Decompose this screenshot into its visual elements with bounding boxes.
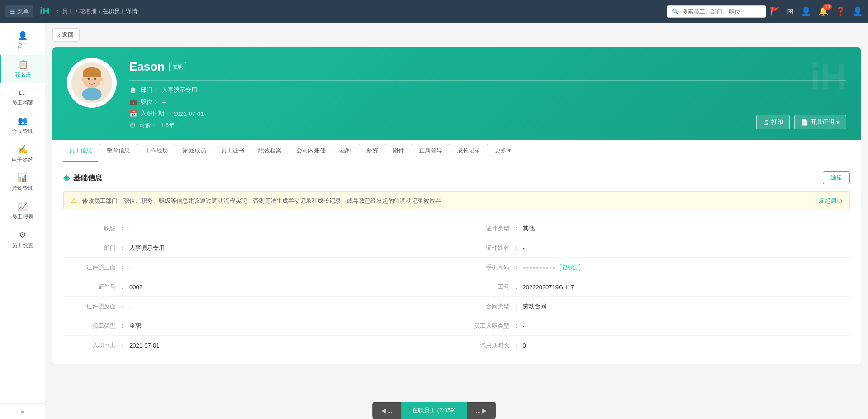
sidebar-item-settings-label: 员工设置 bbox=[12, 242, 33, 249]
print-label: 打印 bbox=[771, 118, 783, 126]
sidebar-item-contract[interactable]: 👥 合同管理 bbox=[0, 111, 45, 140]
search-icon: 🔍 bbox=[672, 8, 679, 15]
field-employee-type: 员工类型 ： 全职 bbox=[63, 316, 457, 336]
menu-label: 菜单 bbox=[17, 7, 29, 15]
sidebar-item-employees[interactable]: 👤 员工 bbox=[0, 26, 45, 55]
sidebar-item-exception[interactable]: 📊 异动管理 bbox=[0, 168, 45, 197]
edit-button[interactable]: 编辑 bbox=[823, 171, 850, 184]
sidebar-item-report[interactable]: 📈 员工报表 bbox=[0, 197, 45, 225]
search-input[interactable] bbox=[682, 8, 759, 15]
tab-welfare[interactable]: 福利 bbox=[335, 140, 357, 162]
svg-point-4 bbox=[88, 78, 90, 80]
sidebar-bottom[interactable]: ≡ bbox=[0, 403, 45, 419]
sidebar-item-employees-label: 员工 bbox=[17, 43, 28, 50]
field-label-hiredate: 入职日期 bbox=[71, 341, 116, 349]
certificate-button[interactable]: 📄 开具证明 ▾ bbox=[794, 115, 846, 129]
field-value-empid: 20222020719GH17 bbox=[523, 284, 843, 290]
hiredate-value: 2021-07-01 bbox=[174, 110, 204, 117]
sidebar-item-settings[interactable]: ⚙ 员工设置 bbox=[0, 225, 45, 254]
back-button[interactable]: ‹ 返回 bbox=[52, 28, 80, 42]
field-label-joblevel: 职级 bbox=[71, 224, 116, 233]
tab-info[interactable]: 员工信息 bbox=[63, 140, 98, 162]
prev-employee-button[interactable]: ◀ ... bbox=[372, 403, 401, 419]
field-value-idfront: - bbox=[129, 264, 450, 271]
hiredate-label: 入职日期： bbox=[141, 110, 170, 118]
tab-education[interactable]: 教育信息 bbox=[101, 140, 136, 162]
user-icon[interactable]: 👤 bbox=[801, 6, 811, 16]
field-value-emptype: 全职 bbox=[129, 322, 450, 330]
settings-icon: ⚙ bbox=[19, 230, 26, 240]
field-value-dept: 人事演示专用 bbox=[129, 244, 450, 252]
profile-tabs-wrap: 员工信息 · 教育信息 · 工作经历 · 家庭成员 · 员工证书 · 绩效档案 … bbox=[52, 140, 861, 162]
profile-header: Eason 在职 📋 部门： 人事演示专用 💼 职位： -- bbox=[52, 47, 861, 140]
breadcrumb-employees[interactable]: 员工 bbox=[62, 7, 74, 15]
breadcrumb-sep2: / bbox=[99, 8, 100, 15]
sidebar-item-esign[interactable]: ✍ 电子签约 bbox=[0, 140, 45, 168]
archive-icon: 🗂 bbox=[19, 88, 27, 97]
help-icon[interactable]: ❓ bbox=[835, 6, 845, 16]
content-area: ‹ 返回 bbox=[45, 23, 868, 419]
flag-icon[interactable]: 🚩 bbox=[770, 6, 780, 16]
field-employee-id: 工号 ： 20222020719GH17 bbox=[457, 277, 850, 297]
tab-more[interactable]: 更多 ▾ bbox=[489, 140, 517, 162]
field-value-idnum: 0002 bbox=[129, 284, 450, 290]
menu-button[interactable]: ☰ 菜单 bbox=[5, 5, 33, 17]
field-label-empid: 工号 bbox=[464, 283, 509, 291]
next-employee-button[interactable]: ... ▶ bbox=[467, 403, 496, 419]
bottom-navigation: ◀ ... 在职员工 (2/359) ... ▶ bbox=[372, 402, 496, 419]
search-bar[interactable]: 🔍 bbox=[667, 5, 766, 18]
field-hire-date: 入职日期 ： 2021-07-01 bbox=[63, 336, 457, 355]
tab-family[interactable]: 家庭成员 bbox=[177, 140, 212, 162]
sidebar-item-esign-label: 电子签约 bbox=[12, 156, 33, 164]
field-id-name: 证件姓名 ： - bbox=[457, 238, 850, 258]
profile-meta: 📋 部门： 人事演示专用 💼 职位： -- 📅 入职日期： 2021-07-01 bbox=[129, 86, 846, 129]
account-icon[interactable]: 👤 bbox=[853, 6, 863, 16]
warning-bar: ⚠ 修改员工部门、职位、职务、职级等信息建议通过调动流程实现，否则无法生成异动记… bbox=[63, 191, 850, 210]
tab-salary[interactable]: 薪资 bbox=[361, 140, 384, 162]
sidebar-item-roster[interactable]: 📋 花名册 bbox=[0, 55, 45, 83]
tab-cert[interactable]: 员工证书 bbox=[215, 140, 250, 162]
field-label-idnum: 证件号 bbox=[71, 283, 116, 291]
breadcrumb-roster[interactable]: 花名册 bbox=[79, 7, 97, 15]
tab-growth[interactable]: 成长记录 bbox=[451, 140, 486, 162]
svg-point-6 bbox=[82, 88, 101, 101]
dropdown-arrow: ▾ bbox=[836, 119, 840, 126]
exception-icon: 📊 bbox=[18, 173, 28, 183]
top-icons: 🚩 ⊞ 👤 🔔 18 ❓ 👤 bbox=[770, 6, 863, 16]
tab-leader[interactable]: 直属领导 bbox=[413, 140, 448, 162]
position-row: 💼 职位： -- bbox=[129, 98, 846, 106]
tab-work[interactable]: 工作经历 bbox=[139, 140, 174, 162]
svg-rect-3 bbox=[83, 72, 101, 77]
fields-right: 证件类型 ： 其他 证件姓名 ： - 手机号码 ： ●●●●●●●●●● bbox=[457, 219, 850, 355]
nav-back-arrow[interactable]: ‹ bbox=[56, 7, 58, 15]
field-label-onboardtype: 员工入职类型 bbox=[464, 322, 509, 330]
profile-actions: 🖨 打印 📄 开具证明 ▾ bbox=[756, 115, 846, 129]
main-layout: 👤 员工 📋 花名册 🗂 员工档案 👥 合同管理 ✍ 电子签约 📊 异动管理 📈… bbox=[0, 23, 868, 419]
field-value-joblevel: - bbox=[129, 225, 450, 232]
field-id-number: 证件号 ： 0002 bbox=[63, 277, 457, 297]
profile-avatar bbox=[67, 58, 117, 108]
print-button[interactable]: 🖨 打印 bbox=[756, 115, 790, 129]
tab-attachment[interactable]: 附件 bbox=[387, 140, 410, 162]
department-icon: 📋 bbox=[129, 86, 137, 94]
notification-icon[interactable]: 🔔 18 bbox=[818, 6, 828, 16]
fields-left: 职级 ： - 部门 ： 人事演示专用 证件照正面 ： - bbox=[63, 219, 457, 355]
field-value-idname: - bbox=[523, 245, 843, 252]
hiredate-row: 📅 入职日期： 2021-07-01 bbox=[129, 110, 846, 118]
section-title: ◈ 基础信息 bbox=[63, 173, 102, 183]
field-onboard-type: 员工入职类型 ： - bbox=[457, 316, 850, 336]
position-label: 职位： bbox=[141, 98, 158, 106]
status-badge: 在职 bbox=[169, 62, 186, 71]
tab-concurrent[interactable]: 公司内兼任 bbox=[291, 140, 331, 162]
field-label-idname: 证件姓名 bbox=[464, 244, 509, 252]
breadcrumb-current: 在职员工详情 bbox=[102, 7, 138, 15]
sidebar-item-roster-label: 花名册 bbox=[15, 71, 31, 79]
grid-icon[interactable]: ⊞ bbox=[787, 6, 794, 16]
tab-performance[interactable]: 绩效档案 bbox=[253, 140, 287, 162]
field-contract-type: 合同类型 ： 劳动合同 bbox=[457, 297, 850, 316]
sidebar-item-archive[interactable]: 🗂 员工档案 bbox=[0, 83, 45, 111]
initiate-transfer-link[interactable]: 发起调动 bbox=[819, 197, 842, 205]
field-value-probation: 0 bbox=[523, 342, 843, 349]
sidebar: 👤 员工 📋 花名册 🗂 员工档案 👥 合同管理 ✍ 电子签约 📊 异动管理 📈… bbox=[0, 23, 45, 419]
field-value-contracttype: 劳动合同 bbox=[523, 302, 843, 310]
